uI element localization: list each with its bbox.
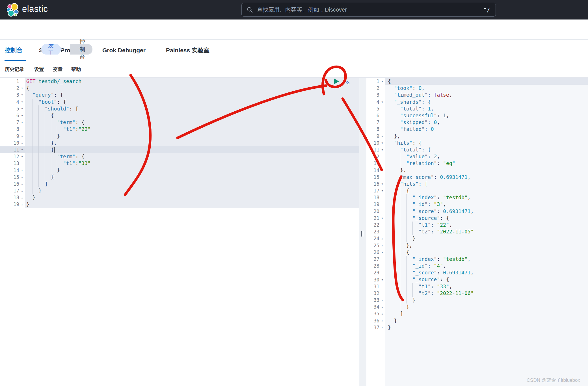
code-line[interactable]: },: [25, 140, 359, 146]
tab-grok-debugger[interactable]: Grok Debugger: [102, 40, 146, 61]
code-line[interactable]: "max_score": 0.6931471,: [385, 174, 588, 181]
code-line[interactable]: "t1":"33": [25, 160, 359, 167]
code-line[interactable]: }: [25, 133, 359, 140]
fold-toggle[interactable]: ▴: [19, 189, 25, 193]
fold-toggle[interactable]: ▴: [379, 312, 385, 316]
code-line[interactable]: ]: [385, 310, 588, 317]
code-line[interactable]: "skipped": 0,: [385, 119, 588, 126]
code-line[interactable]: }: [385, 324, 588, 331]
code-line[interactable]: },: [385, 242, 588, 249]
fold-toggle[interactable]: ▴: [19, 168, 25, 172]
code-line[interactable]: "t2": "2022-11-06": [385, 290, 588, 297]
fold-toggle[interactable]: ▾: [379, 278, 385, 282]
fold-toggle[interactable]: ▾: [19, 100, 25, 104]
fold-toggle[interactable]: ▴: [379, 134, 385, 138]
fold-toggle[interactable]: ▾: [379, 148, 385, 152]
code-line[interactable]: "_score": 0.6931471,: [385, 269, 588, 276]
code-line[interactable]: "total": 1,: [385, 105, 588, 112]
fold-toggle[interactable]: ▴: [19, 196, 25, 199]
code-line[interactable]: ]: [25, 181, 359, 187]
code-line[interactable]: GET testdb/_search: [25, 78, 359, 85]
global-search-input[interactable]: 查找应用、内容等。例如：Discover ^/: [241, 3, 496, 17]
fold-toggle[interactable]: ▾: [19, 114, 25, 118]
code-line[interactable]: }: [25, 194, 359, 201]
code-line[interactable]: "query": {: [25, 92, 359, 98]
fold-toggle[interactable]: ▾: [19, 93, 25, 97]
code-line[interactable]: "t1":"22": [25, 126, 359, 133]
fold-toggle[interactable]: ▴: [379, 237, 385, 240]
code-line[interactable]: "value": 2,: [385, 153, 588, 160]
code-line[interactable]: "term": {: [25, 119, 359, 126]
fold-toggle[interactable]: ▴: [379, 298, 385, 302]
panel-resizer[interactable]: [359, 78, 366, 386]
code-line[interactable]: {: [25, 85, 359, 92]
code-line[interactable]: "took": 0,: [385, 85, 588, 92]
code-line[interactable]: "failed": 0: [385, 126, 588, 133]
code-line[interactable]: "total": {: [385, 146, 588, 153]
fold-toggle[interactable]: ▴: [19, 203, 25, 206]
code-line[interactable]: }: [25, 201, 359, 208]
code-line[interactable]: }: [25, 187, 359, 194]
fold-toggle[interactable]: ▴: [19, 134, 25, 138]
code-line[interactable]: }: [385, 303, 588, 310]
fold-toggle[interactable]: ▾: [379, 216, 385, 220]
code-line[interactable]: "_index": "testdb",: [385, 256, 588, 263]
code-line[interactable]: "bool": {: [25, 99, 359, 105]
code-line[interactable]: {: [385, 78, 588, 85]
code-line[interactable]: "_id": "3",: [385, 201, 588, 208]
code-line[interactable]: {: [385, 249, 588, 256]
code-line[interactable]: "hits": {: [385, 140, 588, 146]
code-line[interactable]: }: [385, 317, 588, 324]
code-line[interactable]: },: [385, 167, 588, 174]
code-line[interactable]: "_shards": {: [385, 99, 588, 105]
code-line[interactable]: "_source": {: [385, 276, 588, 283]
fold-toggle[interactable]: ▾: [379, 182, 385, 186]
menu-settings[interactable]: 设置: [34, 61, 44, 77]
menu-help[interactable]: 帮助: [71, 61, 81, 77]
code-line[interactable]: "t1": "22",: [385, 222, 588, 228]
fold-toggle[interactable]: ▾: [19, 148, 25, 152]
code-line[interactable]: {: [25, 146, 359, 153]
fold-toggle[interactable]: ▴: [379, 168, 385, 172]
fold-toggle[interactable]: ▾: [19, 155, 25, 159]
fold-toggle[interactable]: ▴: [379, 319, 385, 322]
code-line[interactable]: {: [385, 187, 588, 194]
code-line[interactable]: {: [25, 112, 359, 119]
code-line[interactable]: }: [25, 174, 359, 181]
fold-toggle[interactable]: ▾: [19, 120, 25, 124]
code-line[interactable]: }: [25, 167, 359, 174]
fold-toggle[interactable]: ▾: [379, 250, 385, 254]
fold-toggle[interactable]: ▾: [379, 79, 385, 83]
fold-toggle[interactable]: ▴: [19, 175, 25, 179]
code-line[interactable]: "successful": 1,: [385, 112, 588, 119]
code-line[interactable]: "_id": "4",: [385, 263, 588, 269]
fold-toggle[interactable]: ▾: [379, 100, 385, 104]
menu-variables[interactable]: 变量: [53, 61, 62, 77]
code-line[interactable]: "_index": "testdb",: [385, 194, 588, 201]
code-line[interactable]: }: [385, 297, 588, 303]
fold-toggle[interactable]: ▾: [19, 107, 25, 111]
response-viewer[interactable]: { "took": 0, "timed_out": false, "_shard…: [385, 78, 588, 386]
code-line[interactable]: "t2": "2022-11-05": [385, 228, 588, 235]
breadcrumb-dev-tools[interactable]: 开发工具: [41, 44, 62, 55]
wrench-icon[interactable]: [343, 78, 350, 85]
code-line[interactable]: },: [385, 133, 588, 140]
fold-toggle[interactable]: ▴: [19, 141, 25, 145]
menu-history[interactable]: 历史记录: [5, 61, 24, 77]
code-line[interactable]: "timed_out": false,: [385, 92, 588, 98]
fold-toggle[interactable]: ▴: [379, 326, 385, 329]
fold-toggle[interactable]: ▴: [379, 244, 385, 247]
fold-toggle[interactable]: ▴: [19, 182, 25, 186]
tab-console[interactable]: 控制台: [5, 40, 23, 61]
fold-toggle[interactable]: ▾: [379, 189, 385, 193]
code-line[interactable]: "relation": "eq": [385, 160, 588, 167]
fold-toggle[interactable]: ▾: [19, 86, 25, 90]
code-line[interactable]: "_score": 0.6931471,: [385, 208, 588, 215]
fold-toggle[interactable]: ▴: [379, 305, 385, 309]
tab-painless-lab[interactable]: Painless 实验室: [166, 40, 209, 61]
code-line[interactable]: "t1": "33",: [385, 283, 588, 290]
code-line[interactable]: "hits": [: [385, 181, 588, 187]
code-line[interactable]: "should": [: [25, 105, 359, 112]
send-request-button[interactable]: [334, 78, 339, 84]
request-editor[interactable]: GET testdb/_search{ "query": { "bool": {…: [25, 78, 359, 208]
